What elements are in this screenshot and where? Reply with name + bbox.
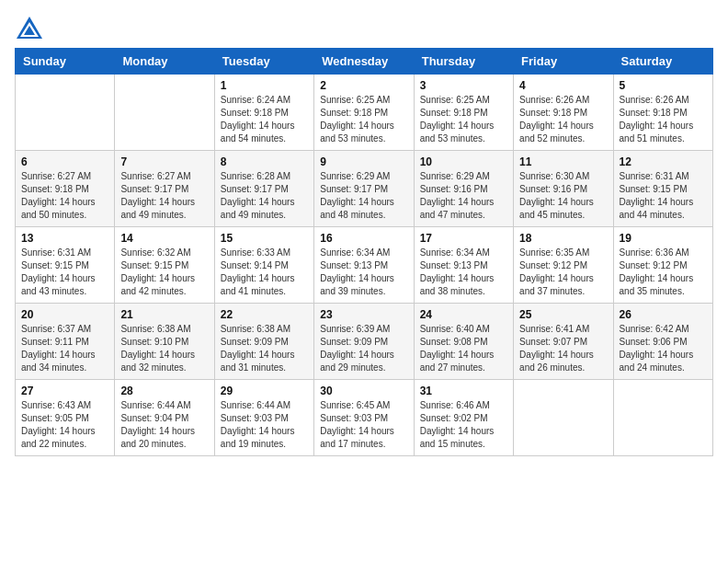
day-number: 28 (120, 385, 208, 397)
day-info: Sunrise: 6:41 AMSunset: 9:07 PMDaylight:… (519, 323, 607, 374)
calendar-cell: 17Sunrise: 6:34 AMSunset: 9:13 PMDayligh… (414, 227, 513, 304)
calendar-week-1: 1Sunrise: 6:24 AMSunset: 9:18 PMDaylight… (16, 75, 713, 151)
weekday-header-tuesday: Tuesday (214, 49, 313, 75)
day-number: 5 (620, 79, 707, 92)
day-number: 20 (21, 308, 108, 321)
calendar-cell: 13Sunrise: 6:31 AMSunset: 9:15 PMDayligh… (16, 227, 115, 304)
calendar-cell: 4Sunrise: 6:26 AMSunset: 9:18 PMDaylight… (514, 75, 613, 151)
day-info: Sunrise: 6:31 AMSunset: 9:15 PMDaylight:… (21, 247, 108, 298)
day-info: Sunrise: 6:38 AMSunset: 9:09 PMDaylight:… (221, 323, 308, 374)
calendar-cell: 23Sunrise: 6:39 AMSunset: 9:09 PMDayligh… (314, 304, 414, 380)
day-number: 30 (320, 385, 407, 397)
day-number: 9 (320, 155, 407, 168)
calendar-cell: 20Sunrise: 6:37 AMSunset: 9:11 PMDayligh… (16, 304, 115, 380)
calendar-cell (16, 75, 115, 151)
calendar-cell: 11Sunrise: 6:30 AMSunset: 9:16 PMDayligh… (514, 151, 613, 227)
day-number: 8 (221, 155, 308, 168)
calendar-week-3: 13Sunrise: 6:31 AMSunset: 9:15 PMDayligh… (16, 227, 713, 304)
calendar-week-5: 27Sunrise: 6:43 AMSunset: 9:05 PMDayligh… (16, 380, 713, 456)
day-info: Sunrise: 6:42 AMSunset: 9:06 PMDaylight:… (620, 323, 707, 374)
day-info: Sunrise: 6:27 AMSunset: 9:17 PMDaylight:… (120, 170, 208, 222)
day-number: 17 (420, 232, 507, 245)
day-info: Sunrise: 6:26 AMSunset: 9:18 PMDaylight:… (519, 94, 607, 145)
weekday-header-wednesday: Wednesday (314, 49, 414, 75)
calendar-cell: 9Sunrise: 6:29 AMSunset: 9:17 PMDaylight… (314, 151, 414, 227)
day-number: 24 (420, 308, 507, 321)
calendar-cell (115, 75, 214, 151)
weekday-header-sunday: Sunday (16, 49, 115, 75)
day-info: Sunrise: 6:28 AMSunset: 9:17 PMDaylight:… (221, 170, 308, 222)
calendar-cell: 21Sunrise: 6:38 AMSunset: 9:10 PMDayligh… (115, 304, 214, 380)
day-number: 26 (620, 308, 707, 321)
calendar-cell: 25Sunrise: 6:41 AMSunset: 9:07 PMDayligh… (514, 304, 613, 380)
day-info: Sunrise: 6:26 AMSunset: 9:18 PMDaylight:… (620, 94, 707, 145)
calendar-cell: 2Sunrise: 6:25 AMSunset: 9:18 PMDaylight… (314, 75, 414, 151)
calendar-cell: 1Sunrise: 6:24 AMSunset: 9:18 PMDaylight… (214, 75, 313, 151)
day-info: Sunrise: 6:32 AMSunset: 9:15 PMDaylight:… (120, 247, 208, 298)
day-info: Sunrise: 6:44 AMSunset: 9:04 PMDaylight:… (120, 399, 208, 451)
day-info: Sunrise: 6:34 AMSunset: 9:13 PMDaylight:… (320, 247, 407, 298)
day-info: Sunrise: 6:29 AMSunset: 9:17 PMDaylight:… (320, 170, 407, 222)
calendar-cell: 14Sunrise: 6:32 AMSunset: 9:15 PMDayligh… (115, 227, 214, 304)
day-info: Sunrise: 6:29 AMSunset: 9:16 PMDaylight:… (420, 170, 507, 222)
calendar-cell: 12Sunrise: 6:31 AMSunset: 9:15 PMDayligh… (613, 151, 712, 227)
day-info: Sunrise: 6:43 AMSunset: 9:05 PMDaylight:… (21, 399, 108, 451)
day-info: Sunrise: 6:35 AMSunset: 9:12 PMDaylight:… (519, 247, 607, 298)
calendar-cell: 22Sunrise: 6:38 AMSunset: 9:09 PMDayligh… (214, 304, 313, 380)
calendar-cell: 6Sunrise: 6:27 AMSunset: 9:18 PMDaylight… (16, 151, 115, 227)
day-number: 16 (320, 232, 407, 245)
calendar-cell: 8Sunrise: 6:28 AMSunset: 9:17 PMDaylight… (214, 151, 313, 227)
day-info: Sunrise: 6:46 AMSunset: 9:02 PMDaylight:… (420, 399, 507, 451)
calendar-week-2: 6Sunrise: 6:27 AMSunset: 9:18 PMDaylight… (16, 151, 713, 227)
day-number: 1 (221, 79, 308, 92)
calendar-cell: 18Sunrise: 6:35 AMSunset: 9:12 PMDayligh… (514, 227, 613, 304)
day-number: 22 (221, 308, 308, 321)
calendar-cell: 24Sunrise: 6:40 AMSunset: 9:08 PMDayligh… (414, 304, 513, 380)
day-number: 27 (21, 385, 108, 397)
logo-icon (15, 15, 44, 40)
day-number: 23 (320, 308, 407, 321)
calendar-cell: 27Sunrise: 6:43 AMSunset: 9:05 PMDayligh… (16, 380, 115, 456)
calendar-cell: 28Sunrise: 6:44 AMSunset: 9:04 PMDayligh… (115, 380, 214, 456)
page-header (15, 15, 713, 40)
calendar-week-4: 20Sunrise: 6:37 AMSunset: 9:11 PMDayligh… (16, 304, 713, 380)
day-number: 29 (221, 385, 308, 397)
day-info: Sunrise: 6:44 AMSunset: 9:03 PMDaylight:… (221, 399, 308, 451)
day-info: Sunrise: 6:25 AMSunset: 9:18 PMDaylight:… (320, 94, 407, 145)
day-info: Sunrise: 6:25 AMSunset: 9:18 PMDaylight:… (420, 94, 507, 145)
day-number: 15 (221, 232, 308, 245)
calendar-cell: 7Sunrise: 6:27 AMSunset: 9:17 PMDaylight… (115, 151, 214, 227)
day-info: Sunrise: 6:34 AMSunset: 9:13 PMDaylight:… (420, 247, 507, 298)
day-number: 6 (21, 155, 108, 168)
calendar-table: SundayMondayTuesdayWednesdayThursdayFrid… (15, 48, 713, 456)
day-number: 21 (120, 308, 208, 321)
day-info: Sunrise: 6:33 AMSunset: 9:14 PMDaylight:… (221, 247, 308, 298)
day-info: Sunrise: 6:30 AMSunset: 9:16 PMDaylight:… (519, 170, 607, 222)
day-number: 11 (519, 155, 607, 168)
calendar-cell: 3Sunrise: 6:25 AMSunset: 9:18 PMDaylight… (414, 75, 513, 151)
weekday-header-saturday: Saturday (613, 49, 712, 75)
day-info: Sunrise: 6:36 AMSunset: 9:12 PMDaylight:… (620, 247, 707, 298)
day-info: Sunrise: 6:31 AMSunset: 9:15 PMDaylight:… (620, 170, 707, 222)
day-info: Sunrise: 6:37 AMSunset: 9:11 PMDaylight:… (21, 323, 108, 374)
day-info: Sunrise: 6:24 AMSunset: 9:18 PMDaylight:… (221, 94, 308, 145)
day-info: Sunrise: 6:40 AMSunset: 9:08 PMDaylight:… (420, 323, 507, 374)
day-number: 10 (420, 155, 507, 168)
day-info: Sunrise: 6:45 AMSunset: 9:03 PMDaylight:… (320, 399, 407, 451)
day-number: 4 (519, 79, 607, 92)
day-number: 7 (120, 155, 208, 168)
calendar-cell: 29Sunrise: 6:44 AMSunset: 9:03 PMDayligh… (214, 380, 313, 456)
weekday-header-thursday: Thursday (414, 49, 513, 75)
weekday-header-friday: Friday (514, 49, 613, 75)
day-info: Sunrise: 6:38 AMSunset: 9:10 PMDaylight:… (120, 323, 208, 374)
calendar-cell: 15Sunrise: 6:33 AMSunset: 9:14 PMDayligh… (214, 227, 313, 304)
calendar-cell: 31Sunrise: 6:46 AMSunset: 9:02 PMDayligh… (414, 380, 513, 456)
calendar-cell: 16Sunrise: 6:34 AMSunset: 9:13 PMDayligh… (314, 227, 414, 304)
calendar-cell: 10Sunrise: 6:29 AMSunset: 9:16 PMDayligh… (414, 151, 513, 227)
day-number: 12 (620, 155, 707, 168)
day-info: Sunrise: 6:27 AMSunset: 9:18 PMDaylight:… (21, 170, 108, 222)
calendar-cell: 30Sunrise: 6:45 AMSunset: 9:03 PMDayligh… (314, 380, 414, 456)
calendar-header-row: SundayMondayTuesdayWednesdayThursdayFrid… (16, 49, 713, 75)
day-number: 19 (620, 232, 707, 245)
day-number: 31 (420, 385, 507, 397)
